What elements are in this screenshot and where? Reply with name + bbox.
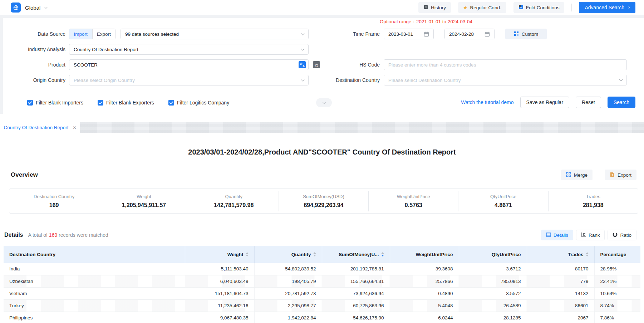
data-sources-value: 99 data sources selected [125, 31, 179, 37]
stat-label: Destination Country [11, 194, 97, 199]
start-date-value: 2023-03-01 [388, 31, 413, 37]
custom-range-button[interactable]: Custom [505, 29, 547, 39]
origin-country-select[interactable]: Please select Origin Country [69, 75, 309, 85]
country-cell: India [4, 263, 185, 275]
report-content: 2023/03/01-2024/02/28,Product AND"SCOOTE… [0, 133, 644, 323]
chevron-right-icon [627, 6, 630, 9]
end-date-input[interactable]: 2024-02-28 [444, 29, 495, 39]
export-tab[interactable]: Export [92, 29, 115, 39]
value-cell: 28.95% [594, 263, 640, 275]
overview-stat: SumOfMoney(USD)694,929,263.94 [279, 191, 368, 211]
records-matched-text: A total of 169 records were matched [28, 232, 108, 238]
table-row[interactable]: Uzbekistan6,040,603.49198,405.79155,766,… [4, 275, 640, 287]
product-field: A [69, 59, 309, 70]
value-cell: 3.6712 [459, 263, 527, 275]
value-cell: 60,725,863.96 [322, 299, 390, 312]
sortable-column-header[interactable]: Weight [185, 246, 254, 263]
custom-range-label: Custom [522, 31, 539, 37]
sort-icon [313, 252, 316, 256]
search-button[interactable]: Search [608, 97, 635, 108]
calendar-icon[interactable] [424, 31, 429, 37]
tab-country-of-destination-report[interactable]: Country Of Destination Report ✕ [0, 122, 80, 133]
stat-value: 169 [11, 202, 97, 209]
value-cell: 22.41% [594, 275, 640, 287]
hs-code-input[interactable] [388, 62, 622, 68]
checkbox-label: Filter Blank Importers [36, 100, 83, 106]
destination-country-select[interactable]: Please select Destination Country [384, 75, 627, 85]
value-cell: 11,235,462.16 [185, 299, 254, 312]
stat-label: Weight [100, 194, 187, 199]
value-cell: 8.74% [594, 299, 640, 312]
stat-value: 0.5763 [370, 202, 457, 209]
industry-analysis-select[interactable]: Country Of Destination Report [69, 44, 309, 55]
value-cell: 14132 [527, 287, 594, 299]
destination-country-label: Destination Country [315, 75, 380, 85]
filter-checkbox[interactable]: Filter Blank Importers [27, 100, 83, 106]
spacer [0, 15, 644, 18]
chevron-down-icon [619, 78, 623, 82]
save-as-regular-button[interactable]: Save as Regular [520, 97, 570, 108]
chevron-down-icon [301, 78, 305, 82]
data-sources-select[interactable]: 99 data sources selected [121, 29, 309, 39]
start-date-input[interactable]: 2023-03-01 [384, 29, 434, 39]
chevron-down-icon [44, 5, 48, 9]
view-details-button[interactable]: Details [541, 230, 573, 240]
checkbox-checked-icon [98, 100, 103, 106]
value-cell: 198,405.79 [254, 275, 322, 287]
tutorial-link[interactable]: Watch the tutorial demo [461, 99, 513, 105]
checkbox-label: Filter Blank Exporters [106, 100, 154, 106]
country-cell: Turkey [4, 299, 185, 312]
value-cell: 155,766,664.31 [322, 275, 390, 287]
import-tab[interactable]: Import [69, 29, 92, 39]
export-icon [610, 172, 615, 178]
value-cell: 39.3608 [390, 263, 459, 275]
merge-label: Merge [574, 172, 588, 178]
data-source-label: Data Source [4, 29, 65, 39]
reset-button[interactable]: Reset [576, 97, 601, 108]
value-cell: 1,942,022.84 [254, 312, 322, 323]
table-row[interactable]: Vietnam151,181,604.7320,781,592.7373,924… [4, 287, 640, 299]
sortable-column-header[interactable]: Trades [527, 246, 594, 263]
filter-checkbox[interactable]: Filter Logitics Company [168, 100, 229, 106]
checkbox-checked-icon [168, 100, 174, 106]
country-cell: Philippines [4, 312, 185, 323]
table-header-row: Destination CountryWeightQuantitySumOfMo… [4, 246, 640, 263]
value-cell: 9,067,480.35 [185, 312, 254, 323]
chevron-down-icon [301, 32, 305, 35]
view-rank-button[interactable]: Rank [576, 230, 605, 240]
bar-chart-icon [581, 232, 586, 238]
sortable-column-header[interactable]: Quantity [254, 246, 322, 263]
stat-value: 281,938 [550, 202, 636, 209]
tab-label: Country Of Destination Report [4, 125, 69, 130]
overview-stat: QtyUnitPrice4.8671 [458, 191, 548, 211]
calendar-icon[interactable] [485, 31, 490, 37]
sortable-column-header[interactable]: SumOfMoney(U... [322, 246, 390, 263]
overview-stat: Destination Country169 [9, 191, 99, 211]
origin-country-label: Origin Country [4, 75, 65, 85]
history-button[interactable]: History [418, 2, 451, 13]
region-selector[interactable]: Global [11, 3, 47, 13]
advanced-search-button[interactable]: Advanced Search [579, 2, 635, 13]
filter-checkbox[interactable]: Filter Blank Exporters [98, 100, 154, 106]
regular-cond-button[interactable]: ★ Regular Cond. [458, 2, 506, 13]
hs-code-label: HS Code [315, 59, 380, 70]
overview-stat: Weight1,205,945,911.57 [99, 191, 188, 211]
table-row[interactable]: Turkey11,235,462.162,295,098.7760,725,86… [4, 299, 640, 312]
merge-button[interactable]: Merge [561, 170, 593, 180]
close-icon[interactable]: ✕ [73, 125, 76, 130]
filter-checkbox-row: Filter Blank ImportersFilter Blank Expor… [27, 97, 229, 108]
product-input[interactable] [74, 62, 295, 68]
value-cell: 73,924,636.94 [322, 287, 390, 299]
collapse-form-button[interactable] [316, 98, 332, 107]
export-button[interactable]: Export [605, 170, 636, 180]
fold-conditions-icon [518, 5, 523, 11]
table-row[interactable]: India5,111,503.4054,802,839.52201,192,78… [4, 263, 640, 275]
fold-conditions-button[interactable]: Fold Conditions [513, 2, 565, 13]
value-cell: 28.1285 [459, 312, 527, 323]
hs-code-field [384, 59, 627, 70]
sort-icon [381, 252, 384, 256]
translate-icon[interactable]: A [299, 61, 306, 68]
table-icon [546, 232, 551, 238]
table-row[interactable]: Philippines9,067,480.351,942,022.8454,62… [4, 312, 640, 323]
view-ratio-button[interactable]: Ratio [608, 230, 636, 240]
